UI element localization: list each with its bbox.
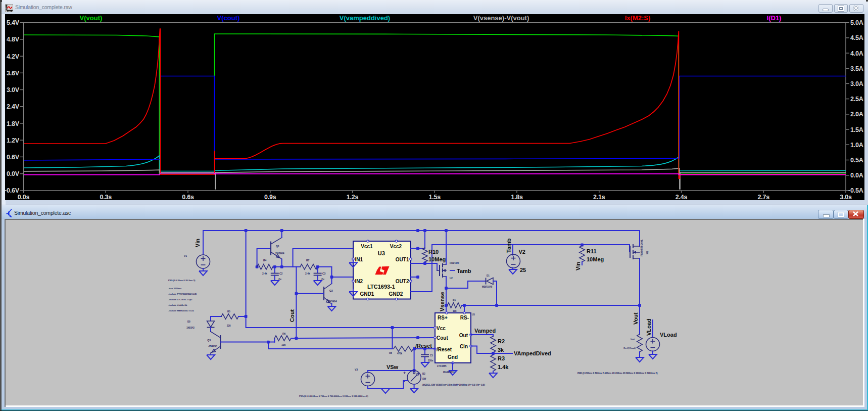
svg-text:R7: R7 (306, 259, 310, 262)
svg-text:2u: 2u (278, 278, 281, 281)
svg-text:Cin: Cin (460, 344, 468, 349)
svg-text:Vin: Vin (195, 239, 201, 247)
svg-text:OUT2: OUT2 (396, 279, 409, 284)
svg-text:.MODEL SW VSW(Ron=3.5m Roff=10: .MODEL SW VSW(Ron=3.5m Roff=100Meg Vt=-0… (422, 384, 485, 386)
svg-text:Gnd: Gnd (448, 354, 458, 360)
svg-text:220n: 220n (428, 359, 433, 362)
svg-text:10Meg: 10Meg (587, 256, 604, 262)
svg-text:PWL(0 200ms 0 800ms 2 400ms 20: PWL(0 200ms 0 800ms 2 400ms 20 200ms 20 … (577, 372, 658, 375)
svg-text:VLoad: VLoad (660, 332, 677, 338)
svg-text:C5: C5 (430, 354, 433, 357)
svg-text:LTC1693-1: LTC1693-1 (367, 284, 395, 290)
svg-text:Vcc: Vcc (437, 326, 446, 331)
svg-text:R2: R2 (498, 338, 505, 344)
svg-text:Tamb: Tamb (457, 268, 471, 274)
svg-text:PWL(0 0 0.0002ms 0 700ms 0 700: PWL(0 0 0.0002ms 0 700ms 0 700.0002ms 3 … (299, 395, 368, 397)
svg-text:PSMN5R5-30YL: PSMN5R5-30YL (641, 239, 643, 256)
svg-text:2N3904: 2N3904 (328, 300, 337, 303)
svg-text:Q1: Q1 (276, 245, 279, 248)
svg-text:VLoad: VLoad (646, 318, 652, 336)
svg-text:R4: R4 (263, 259, 267, 262)
svg-text:R=-V(Vload): R=-V(Vload) (623, 347, 636, 349)
svg-text:R5: R5 (227, 310, 230, 313)
svg-text:+: + (403, 371, 406, 376)
svg-text:1N5343: 1N5343 (186, 327, 195, 329)
svg-text:IPA2K3731: IPA2K3731 (443, 371, 455, 374)
svg-text:SW: SW (422, 378, 426, 380)
svg-text:V1: V1 (184, 254, 187, 257)
svg-text:R9: R9 (453, 299, 456, 302)
svg-text:Iout: Iout (631, 338, 635, 340)
svg-text:470k: 470k (397, 352, 403, 355)
svg-text:RD9437F: RD9437F (450, 262, 460, 264)
svg-text:Q2: Q2 (329, 289, 333, 292)
svg-text:LTC4365: LTC4365 (437, 365, 447, 368)
svg-text:10k: 10k (453, 310, 457, 312)
svg-text:R3: R3 (498, 355, 505, 361)
svg-text:RS-: RS- (460, 315, 469, 321)
svg-text:M1: M1 (646, 251, 649, 254)
svg-text:GND1: GND1 (360, 291, 374, 297)
svg-text:10Meg: 10Meg (428, 256, 446, 262)
svg-text:.tran 3000ms: .tran 3000ms (168, 287, 182, 290)
svg-text:Cout: Cout (437, 335, 448, 341)
svg-text:Vcc1: Vcc1 (361, 244, 373, 249)
svg-text:D5: D5 (187, 321, 190, 323)
svg-text:3k: 3k (498, 347, 504, 353)
svg-text:C3: C3 (322, 272, 326, 275)
svg-text:2u: 2u (321, 278, 324, 281)
svg-text:Q3: Q3 (207, 339, 211, 342)
svg-text:IN1: IN1 (355, 257, 363, 262)
svg-text:R6: R6 (282, 332, 286, 335)
svg-text:.include irfz44n.lib: .include irfz44n.lib (168, 304, 187, 306)
svg-text:GND2: GND2 (389, 291, 403, 297)
svg-text:U2: U2 (450, 277, 453, 280)
svg-text:V3: V3 (355, 368, 358, 371)
svg-text:RS+: RS+ (438, 315, 448, 321)
svg-text:R8: R8 (389, 352, 392, 354)
svg-text:Out: Out (459, 333, 468, 338)
svg-text:MBR1045: MBR1045 (482, 286, 493, 288)
svg-text:Vamped: Vamped (474, 328, 496, 334)
svg-text:R11: R11 (587, 248, 597, 254)
svg-text:2N3904: 2N3904 (208, 344, 217, 347)
svg-text:Cout: Cout (289, 309, 295, 322)
svg-text:Vin: Vin (575, 262, 581, 270)
svg-text:Vout: Vout (633, 312, 639, 325)
svg-text:R10: R10 (428, 249, 439, 255)
svg-text:10k: 10k (281, 343, 286, 346)
svg-text:.include LTC1693-1.sp3: .include LTC1693-1.sp3 (168, 298, 192, 301)
svg-text:VSw: VSw (387, 364, 399, 370)
svg-text:OUT1: OUT1 (396, 257, 409, 262)
svg-text:.include PTN78020WAH.LIB: .include PTN78020WAH.LIB (168, 293, 197, 295)
svg-text:2N3904: 2N3904 (275, 252, 284, 255)
svg-text:B2: B2 (422, 373, 425, 375)
svg-text:2.4k: 2.4k (305, 272, 310, 275)
svg-text:1.4k: 1.4k (498, 364, 509, 370)
svg-text:Vsense: Vsense (439, 292, 445, 311)
svg-text:U5: U5 (472, 313, 475, 316)
svg-text:U3: U3 (378, 250, 385, 256)
svg-text:/Reset: /Reset (437, 347, 452, 352)
svg-text:C2: C2 (279, 272, 283, 275)
svg-text:IN2: IN2 (355, 279, 363, 284)
svg-text:220: 220 (227, 325, 231, 327)
svg-text:Vcc2: Vcc2 (390, 244, 402, 249)
svg-text:Tamb: Tamb (506, 238, 512, 253)
svg-text:25: 25 (520, 267, 526, 273)
svg-text:PWL(0 0 20ms 0 20.2ms 5): PWL(0 0 20ms 0 20.2ms 5) (168, 279, 196, 282)
svg-text:/Reset: /Reset (415, 343, 432, 349)
svg-text:.include MBR2045CT.sub: .include MBR2045CT.sub (168, 309, 194, 312)
svg-text:D1: D1 (487, 275, 490, 277)
svg-text:VAmpedDived: VAmpedDived (514, 350, 551, 356)
svg-text:2.4k: 2.4k (262, 272, 267, 275)
svg-text:V2: V2 (519, 249, 525, 255)
